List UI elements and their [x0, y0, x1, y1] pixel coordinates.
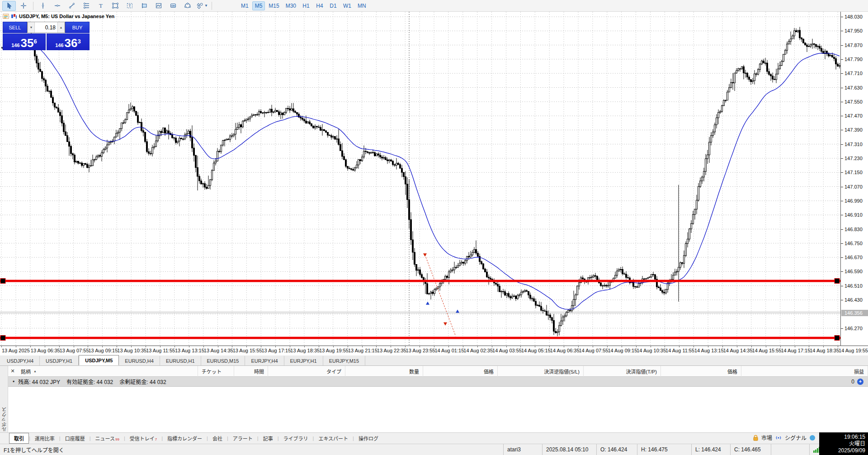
buy-trade-marker[interactable] [426, 302, 429, 305]
community-icon[interactable] [809, 435, 816, 441]
buy-price-display[interactable]: 146363 [47, 33, 90, 50]
column-header[interactable]: 価格 [423, 366, 498, 377]
vertical-line-icon[interactable] [36, 1, 50, 11]
chart-tab-eurusd-h1[interactable]: EURUSD,H1 [160, 356, 201, 365]
trendline-icon[interactable] [65, 1, 79, 11]
toolbar-separator [212, 2, 212, 10]
crosshair-icon[interactable] [17, 1, 30, 11]
timeframe-h4[interactable]: H4 [313, 1, 326, 10]
cursor-icon[interactable] [2, 1, 16, 11]
timeframe-mn[interactable]: MN [355, 1, 369, 10]
time-tick [131, 346, 132, 347]
toolbox-tab[interactable]: エキスパート [314, 433, 353, 443]
timeframe-m30[interactable]: M30 [283, 1, 299, 10]
trade-list-empty-area[interactable] [8, 387, 868, 432]
buy-button[interactable]: BUY [65, 22, 90, 33]
horizontal-line-object[interactable] [0, 280, 840, 282]
toolbox-tab[interactable]: ニュース99 [91, 433, 124, 443]
chart-tab-eurjpy-h1[interactable]: EURJPY,H1 [284, 356, 323, 365]
chart-plot-area[interactable]: USDJPY, M5: US Dollar vs Japanese Yen SE… [0, 12, 840, 346]
toolbox-close-button[interactable]: ✕ [8, 368, 17, 374]
column-header[interactable]: 時間 [234, 366, 268, 377]
status-empty-segment [771, 444, 809, 455]
time-tick [261, 346, 261, 347]
toolbox-tab[interactable]: ライブラリ [279, 433, 313, 443]
time-tick [246, 346, 247, 347]
column-header[interactable]: 決済指値(T/P) [584, 366, 661, 377]
line-handle[interactable] [0, 336, 5, 341]
volume-decrease-button[interactable]: ▼ [28, 22, 35, 33]
text-icon[interactable]: T [94, 1, 108, 11]
toolbox-tab[interactable]: 口座履歴 [61, 433, 90, 443]
price-axis-label: 146.750 [841, 241, 868, 246]
timeframe-m1[interactable]: M1 [238, 1, 251, 10]
toolbox-tab[interactable]: 会社 [208, 433, 227, 443]
column-header[interactable]: 損益 [741, 366, 868, 377]
column-header[interactable]: 価格 [661, 366, 741, 377]
horizontal-line-object[interactable] [0, 337, 840, 339]
column-header[interactable]: タイプ [268, 366, 345, 377]
line-handle[interactable] [0, 279, 5, 284]
chart-menu-icon[interactable] [3, 14, 9, 19]
candlestick-chart[interactable] [0, 12, 840, 346]
time-axis-label: 14 Aug 10:35 [637, 348, 666, 353]
fibonacci-icon[interactable] [80, 1, 93, 11]
lock-icon [753, 435, 759, 441]
toolbox-tab[interactable]: アラート [228, 433, 257, 443]
balance-row: • 残高: 44 032 JPY 有効証拠金: 44 032 余剰証拠金: 44… [8, 377, 868, 387]
timeframe-m5[interactable]: M5 [252, 1, 265, 10]
chart-tab-usdjpy-h1[interactable]: USDJPY,H1 [40, 356, 79, 365]
dropdown-caret-icon[interactable]: ▼ [204, 4, 208, 8]
time-axis[interactable]: 13 Aug 202513 Aug 06:3513 Aug 07:5513 Au… [0, 346, 868, 355]
price-axis[interactable]: 148.030147.950147.870147.790147.710147.6… [840, 12, 868, 355]
toolbox-tab[interactable]: 運用比率 [30, 433, 59, 443]
line-handle[interactable] [835, 279, 840, 284]
expert-ok-icon[interactable]: OK [166, 1, 180, 11]
sell-trade-marker[interactable] [423, 253, 427, 256]
chart-tab-eurusd-h4[interactable]: EURUSD,H4 [119, 356, 160, 365]
balance-expander[interactable]: • [13, 379, 14, 385]
sell-trade-marker[interactable] [443, 322, 447, 326]
chart-object-icon[interactable] [137, 1, 151, 11]
sell-price-display[interactable]: 146356 [3, 33, 46, 50]
toolbox-tab[interactable]: 取引 [9, 433, 29, 444]
volume-increase-button[interactable]: ▲ [57, 22, 65, 33]
market-button[interactable]: 市場 [761, 434, 772, 441]
chart-tab-eurusd-m15[interactable]: EURUSD,M15 [201, 356, 245, 365]
current-bid-tag: 146.356 [841, 310, 868, 316]
buy-trade-marker[interactable] [456, 309, 459, 313]
shapes-icon[interactable]: ▼ [195, 1, 209, 11]
timeframe-h1[interactable]: H1 [300, 1, 312, 10]
chart-type-icon[interactable] [11, 14, 17, 19]
ellipse-icon[interactable] [181, 1, 194, 11]
volume-stepper: ▼ ▲ [27, 22, 65, 33]
signals-button[interactable]: シグナル [785, 434, 807, 441]
time-tick [30, 346, 31, 347]
toolbox-tab[interactable]: 記事 [259, 433, 278, 443]
time-tick [175, 346, 175, 347]
indicators-icon[interactable] [152, 1, 165, 11]
toolbox-tab[interactable]: 受信トレイ7 [125, 433, 161, 443]
time-tick [275, 346, 276, 347]
new-order-button[interactable]: + [857, 379, 863, 385]
timeframe-w1[interactable]: W1 [340, 1, 354, 10]
column-header[interactable]: 決済逆指値(S/L) [498, 366, 584, 377]
rectangle-icon[interactable] [108, 1, 122, 11]
column-header[interactable]: 銘柄▲ [17, 366, 198, 377]
timeframe-d1[interactable]: D1 [327, 1, 340, 10]
sell-button[interactable]: SELL [3, 22, 27, 33]
volume-input[interactable] [35, 22, 57, 33]
text-label-icon[interactable]: T [123, 1, 137, 11]
chart-tab-usdjpy-m5[interactable]: USDJPY,M5 [79, 355, 119, 365]
toolbox-tab[interactable]: 操作ログ [354, 433, 383, 443]
horizontal-line-icon[interactable] [51, 1, 64, 11]
chart-tab-eurjpy-m15[interactable]: EURJPY,M15 [323, 356, 365, 365]
chart-tab-eurjpy-h4[interactable]: EURJPY,H4 [245, 356, 284, 365]
line-handle[interactable] [835, 336, 840, 341]
column-header[interactable]: 数量 [345, 366, 423, 377]
chart-tab-usdjpy-h4[interactable]: USDJPY,H4 [1, 356, 40, 365]
time-tick [809, 346, 809, 347]
toolbox-tab[interactable]: 指標カレンダー [163, 433, 207, 443]
timeframe-m15[interactable]: M15 [266, 1, 282, 10]
column-header[interactable]: チケット [198, 366, 234, 377]
